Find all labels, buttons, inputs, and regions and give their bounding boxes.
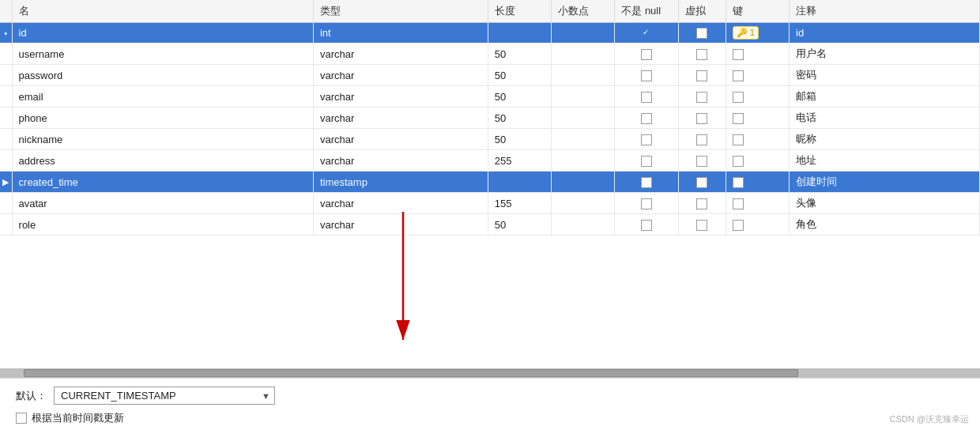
field-length[interactable]: 255 [488, 150, 551, 172]
auto-update-checkbox[interactable] [16, 413, 27, 424]
notnull-checkbox[interactable] [641, 177, 652, 188]
table-row[interactable]: passwordvarchar50密码 [0, 65, 980, 86]
field-name[interactable]: email [12, 86, 313, 108]
field-virtual[interactable] [678, 86, 726, 108]
field-note[interactable]: 创建时间 [790, 172, 980, 193]
field-note[interactable]: 密码 [790, 65, 980, 86]
field-length[interactable] [488, 172, 551, 193]
key-checkbox[interactable] [733, 156, 744, 167]
virtual-checkbox[interactable] [696, 49, 707, 60]
key-checkbox[interactable] [733, 198, 744, 209]
field-decimal[interactable] [552, 150, 615, 172]
table-row[interactable]: addressvarchar255地址 [0, 150, 980, 172]
field-type[interactable]: timestamp [313, 172, 488, 193]
virtual-checkbox[interactable] [696, 198, 707, 209]
key-checkbox[interactable] [733, 220, 744, 231]
field-virtual[interactable] [678, 129, 726, 150]
field-virtual[interactable] [678, 23, 726, 43]
field-notnull[interactable] [615, 65, 678, 86]
notnull-checkbox[interactable] [641, 113, 652, 124]
notnull-checkbox[interactable] [641, 28, 652, 39]
notnull-checkbox[interactable] [641, 134, 652, 145]
virtual-checkbox[interactable] [696, 28, 707, 39]
field-type[interactable]: varchar [313, 65, 488, 86]
virtual-checkbox[interactable] [696, 220, 707, 231]
field-name[interactable]: nickname [12, 129, 313, 150]
field-decimal[interactable] [552, 86, 615, 108]
field-decimal[interactable] [552, 172, 615, 193]
field-notnull[interactable] [615, 193, 678, 214]
virtual-checkbox[interactable] [696, 134, 707, 145]
field-note[interactable]: 地址 [790, 150, 980, 172]
field-notnull[interactable] [615, 129, 678, 150]
notnull-checkbox[interactable] [641, 220, 652, 231]
field-note[interactable]: 电话 [790, 108, 980, 129]
field-notnull[interactable] [615, 214, 678, 236]
field-virtual[interactable] [678, 65, 726, 86]
virtual-checkbox[interactable] [696, 70, 707, 81]
horizontal-scrollbar[interactable] [0, 368, 980, 378]
field-length[interactable]: 50 [488, 86, 551, 108]
field-decimal[interactable] [552, 214, 615, 236]
field-type[interactable]: int [313, 23, 488, 43]
virtual-checkbox[interactable] [696, 177, 707, 188]
field-notnull[interactable] [615, 108, 678, 129]
field-virtual[interactable] [678, 108, 726, 129]
field-note[interactable]: 角色 [790, 214, 980, 236]
field-length[interactable]: 50 [488, 108, 551, 129]
field-name[interactable]: password [12, 65, 313, 86]
table-row[interactable]: rolevarchar50角色 [0, 214, 980, 236]
virtual-checkbox[interactable] [696, 113, 707, 124]
key-checkbox[interactable] [733, 49, 744, 60]
field-length[interactable]: 50 [488, 129, 551, 150]
key-checkbox[interactable] [733, 113, 744, 124]
field-type[interactable]: varchar [313, 193, 488, 214]
field-name[interactable]: phone [12, 108, 313, 129]
field-length[interactable]: 50 [488, 214, 551, 236]
field-decimal[interactable] [552, 43, 615, 65]
key-checkbox[interactable] [733, 70, 744, 81]
field-note[interactable]: 昵称 [790, 129, 980, 150]
field-name[interactable]: avatar [12, 193, 313, 214]
field-notnull[interactable] [615, 43, 678, 65]
table-row[interactable]: phonevarchar50电话 [0, 108, 980, 129]
default-value-select[interactable]: CURRENT_TIMESTAMP [54, 387, 275, 405]
field-name[interactable]: address [12, 150, 313, 172]
field-decimal[interactable] [552, 193, 615, 214]
notnull-checkbox[interactable] [641, 198, 652, 209]
table-row[interactable]: emailvarchar50邮箱 [0, 86, 980, 108]
field-virtual[interactable] [678, 172, 726, 193]
table-row[interactable]: nicknamevarchar50昵称 [0, 129, 980, 150]
field-virtual[interactable] [678, 214, 726, 236]
field-name[interactable]: id [12, 23, 313, 43]
field-decimal[interactable] [552, 129, 615, 150]
field-decimal[interactable] [552, 108, 615, 129]
virtual-checkbox[interactable] [696, 156, 707, 167]
field-type[interactable]: varchar [313, 150, 488, 172]
notnull-checkbox[interactable] [641, 156, 652, 167]
field-length[interactable]: 50 [488, 43, 551, 65]
field-decimal[interactable] [552, 65, 615, 86]
notnull-checkbox[interactable] [641, 49, 652, 60]
field-notnull[interactable] [615, 172, 678, 193]
notnull-checkbox[interactable] [641, 70, 652, 81]
field-name[interactable]: username [12, 43, 313, 65]
table-row[interactable]: •idint🔑 1id [0, 23, 980, 43]
field-type[interactable]: varchar [313, 108, 488, 129]
table-row[interactable]: ▶created_timetimestamp创建时间 [0, 172, 980, 193]
key-checkbox[interactable] [733, 134, 744, 145]
field-virtual[interactable] [678, 43, 726, 65]
field-notnull[interactable] [615, 150, 678, 172]
field-virtual[interactable] [678, 150, 726, 172]
field-type[interactable]: varchar [313, 86, 488, 108]
field-type[interactable]: varchar [313, 43, 488, 65]
field-length[interactable]: 50 [488, 65, 551, 86]
field-notnull[interactable] [615, 86, 678, 108]
field-note[interactable]: id [790, 23, 980, 43]
virtual-checkbox[interactable] [696, 92, 707, 103]
field-type[interactable]: varchar [313, 214, 488, 236]
table-row[interactable]: usernamevarchar50用户名 [0, 43, 980, 65]
field-name[interactable]: role [12, 214, 313, 236]
key-checkbox[interactable] [733, 177, 744, 188]
key-checkbox[interactable] [733, 92, 744, 103]
